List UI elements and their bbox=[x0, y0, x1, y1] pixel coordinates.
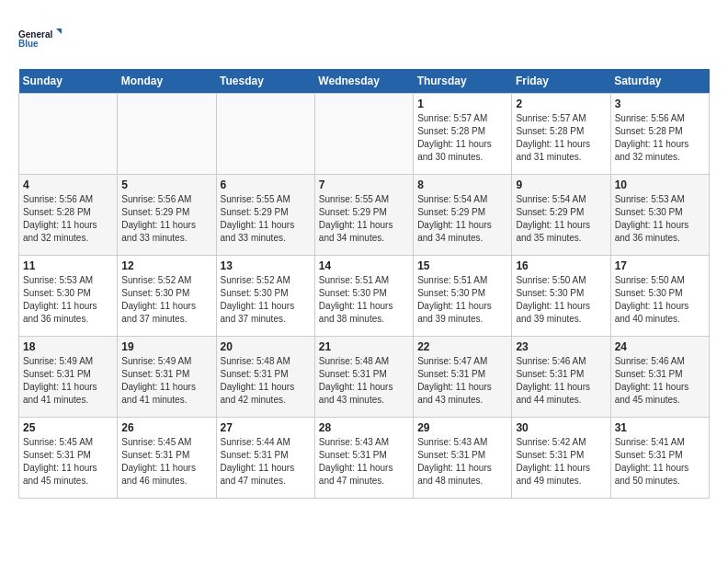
day-info: Sunrise: 5:52 AM Sunset: 5:30 PM Dayligh… bbox=[121, 274, 211, 326]
day-info: Sunrise: 5:49 AM Sunset: 5:31 PM Dayligh… bbox=[121, 355, 211, 407]
svg-text:Blue: Blue bbox=[18, 39, 39, 49]
weekday-header-monday: Monday bbox=[118, 69, 216, 94]
weekday-header-friday: Friday bbox=[512, 69, 610, 94]
day-number: 13 bbox=[221, 259, 311, 272]
weekday-header-tuesday: Tuesday bbox=[216, 69, 314, 94]
day-info: Sunrise: 5:55 AM Sunset: 5:29 PM Dayligh… bbox=[319, 193, 409, 245]
day-number: 29 bbox=[417, 421, 507, 434]
week-row-3: 11 Sunrise: 5:53 AM Sunset: 5:30 PM Dayl… bbox=[19, 256, 710, 337]
day-number: 10 bbox=[615, 178, 705, 191]
week-row-5: 25 Sunrise: 5:45 AM Sunset: 5:31 PM Dayl… bbox=[19, 418, 710, 499]
day-info: Sunrise: 5:53 AM Sunset: 5:30 PM Dayligh… bbox=[615, 193, 705, 245]
day-info: Sunrise: 5:47 AM Sunset: 5:31 PM Dayligh… bbox=[417, 355, 507, 407]
weekday-header-thursday: Thursday bbox=[414, 69, 512, 94]
calendar-cell: 17 Sunrise: 5:50 AM Sunset: 5:30 PM Dayl… bbox=[610, 256, 709, 337]
day-info: Sunrise: 5:56 AM Sunset: 5:29 PM Dayligh… bbox=[121, 193, 211, 245]
day-number: 20 bbox=[221, 340, 311, 353]
day-info: Sunrise: 5:52 AM Sunset: 5:30 PM Dayligh… bbox=[221, 274, 311, 326]
day-number: 31 bbox=[615, 421, 705, 434]
calendar-cell bbox=[314, 94, 413, 175]
calendar-table: SundayMondayTuesdayWednesdayThursdayFrid… bbox=[18, 69, 710, 499]
day-info: Sunrise: 5:43 AM Sunset: 5:31 PM Dayligh… bbox=[319, 436, 409, 488]
calendar-cell: 24 Sunrise: 5:46 AM Sunset: 5:31 PM Dayl… bbox=[610, 337, 709, 418]
day-number: 25 bbox=[23, 421, 113, 434]
day-info: Sunrise: 5:50 AM Sunset: 5:30 PM Dayligh… bbox=[615, 274, 705, 326]
calendar-cell: 25 Sunrise: 5:45 AM Sunset: 5:31 PM Dayl… bbox=[19, 418, 118, 499]
day-number: 18 bbox=[23, 340, 113, 353]
day-info: Sunrise: 5:51 AM Sunset: 5:30 PM Dayligh… bbox=[319, 274, 409, 326]
day-number: 14 bbox=[319, 259, 409, 272]
day-info: Sunrise: 5:49 AM Sunset: 5:31 PM Dayligh… bbox=[23, 355, 113, 407]
day-number: 12 bbox=[121, 259, 211, 272]
day-number: 5 bbox=[121, 178, 211, 191]
calendar-cell: 3 Sunrise: 5:56 AM Sunset: 5:28 PM Dayli… bbox=[610, 94, 709, 175]
calendar-cell: 21 Sunrise: 5:48 AM Sunset: 5:31 PM Dayl… bbox=[314, 337, 413, 418]
calendar-cell: 2 Sunrise: 5:57 AM Sunset: 5:28 PM Dayli… bbox=[512, 94, 610, 175]
calendar-cell: 9 Sunrise: 5:54 AM Sunset: 5:29 PM Dayli… bbox=[512, 175, 610, 256]
day-info: Sunrise: 5:48 AM Sunset: 5:31 PM Dayligh… bbox=[319, 355, 409, 407]
calendar-cell bbox=[216, 94, 314, 175]
week-row-1: 1 Sunrise: 5:57 AM Sunset: 5:28 PM Dayli… bbox=[19, 94, 710, 175]
calendar-cell: 11 Sunrise: 5:53 AM Sunset: 5:30 PM Dayl… bbox=[19, 256, 118, 337]
calendar-cell: 29 Sunrise: 5:43 AM Sunset: 5:31 PM Dayl… bbox=[414, 418, 512, 499]
calendar-cell: 15 Sunrise: 5:51 AM Sunset: 5:30 PM Dayl… bbox=[414, 256, 512, 337]
calendar-cell: 10 Sunrise: 5:53 AM Sunset: 5:30 PM Dayl… bbox=[610, 175, 709, 256]
weekday-header-row: SundayMondayTuesdayWednesdayThursdayFrid… bbox=[19, 69, 710, 94]
calendar-cell: 22 Sunrise: 5:47 AM Sunset: 5:31 PM Dayl… bbox=[414, 337, 512, 418]
day-info: Sunrise: 5:48 AM Sunset: 5:31 PM Dayligh… bbox=[221, 355, 311, 407]
logo: General Blue bbox=[18, 18, 64, 60]
day-number: 9 bbox=[516, 178, 606, 191]
weekday-header-saturday: Saturday bbox=[610, 69, 709, 94]
day-number: 8 bbox=[417, 178, 507, 191]
calendar-cell: 19 Sunrise: 5:49 AM Sunset: 5:31 PM Dayl… bbox=[118, 337, 216, 418]
day-info: Sunrise: 5:54 AM Sunset: 5:29 PM Dayligh… bbox=[417, 193, 507, 245]
calendar-cell: 1 Sunrise: 5:57 AM Sunset: 5:28 PM Dayli… bbox=[414, 94, 512, 175]
day-number: 16 bbox=[516, 259, 606, 272]
day-number: 4 bbox=[23, 178, 113, 191]
day-number: 21 bbox=[319, 340, 409, 353]
day-info: Sunrise: 5:44 AM Sunset: 5:31 PM Dayligh… bbox=[221, 436, 311, 488]
day-info: Sunrise: 5:45 AM Sunset: 5:31 PM Dayligh… bbox=[121, 436, 211, 488]
day-info: Sunrise: 5:41 AM Sunset: 5:31 PM Dayligh… bbox=[615, 436, 705, 488]
svg-marker-2 bbox=[56, 29, 62, 34]
logo-svg: General Blue bbox=[18, 18, 64, 60]
calendar-cell: 31 Sunrise: 5:41 AM Sunset: 5:31 PM Dayl… bbox=[610, 418, 709, 499]
day-number: 1 bbox=[417, 98, 507, 110]
day-info: Sunrise: 5:55 AM Sunset: 5:29 PM Dayligh… bbox=[221, 193, 311, 245]
day-info: Sunrise: 5:57 AM Sunset: 5:28 PM Dayligh… bbox=[516, 112, 606, 164]
day-info: Sunrise: 5:45 AM Sunset: 5:31 PM Dayligh… bbox=[23, 436, 113, 488]
calendar-cell: 28 Sunrise: 5:43 AM Sunset: 5:31 PM Dayl… bbox=[314, 418, 413, 499]
day-number: 22 bbox=[417, 340, 507, 353]
day-info: Sunrise: 5:46 AM Sunset: 5:31 PM Dayligh… bbox=[516, 355, 606, 407]
day-number: 24 bbox=[615, 340, 705, 353]
calendar-cell: 7 Sunrise: 5:55 AM Sunset: 5:29 PM Dayli… bbox=[314, 175, 413, 256]
calendar-cell bbox=[118, 94, 216, 175]
calendar-cell: 5 Sunrise: 5:56 AM Sunset: 5:29 PM Dayli… bbox=[118, 175, 216, 256]
calendar-cell: 12 Sunrise: 5:52 AM Sunset: 5:30 PM Dayl… bbox=[118, 256, 216, 337]
calendar-cell: 20 Sunrise: 5:48 AM Sunset: 5:31 PM Dayl… bbox=[216, 337, 314, 418]
day-number: 11 bbox=[23, 259, 113, 272]
day-number: 7 bbox=[319, 178, 409, 191]
day-number: 15 bbox=[417, 259, 507, 272]
weekday-header-wednesday: Wednesday bbox=[314, 69, 413, 94]
calendar-cell: 30 Sunrise: 5:42 AM Sunset: 5:31 PM Dayl… bbox=[512, 418, 610, 499]
day-number: 2 bbox=[516, 98, 606, 110]
day-number: 19 bbox=[121, 340, 211, 353]
week-row-4: 18 Sunrise: 5:49 AM Sunset: 5:31 PM Dayl… bbox=[19, 337, 710, 418]
calendar-cell: 18 Sunrise: 5:49 AM Sunset: 5:31 PM Dayl… bbox=[19, 337, 118, 418]
calendar-cell: 6 Sunrise: 5:55 AM Sunset: 5:29 PM Dayli… bbox=[216, 175, 314, 256]
calendar-cell: 23 Sunrise: 5:46 AM Sunset: 5:31 PM Dayl… bbox=[512, 337, 610, 418]
day-number: 28 bbox=[319, 421, 409, 434]
calendar-cell bbox=[19, 94, 118, 175]
day-info: Sunrise: 5:56 AM Sunset: 5:28 PM Dayligh… bbox=[23, 193, 113, 245]
weekday-header-sunday: Sunday bbox=[19, 69, 118, 94]
calendar-cell: 13 Sunrise: 5:52 AM Sunset: 5:30 PM Dayl… bbox=[216, 256, 314, 337]
svg-text:General: General bbox=[18, 29, 52, 40]
day-info: Sunrise: 5:43 AM Sunset: 5:31 PM Dayligh… bbox=[417, 436, 507, 488]
day-info: Sunrise: 5:54 AM Sunset: 5:29 PM Dayligh… bbox=[516, 193, 606, 245]
day-info: Sunrise: 5:51 AM Sunset: 5:30 PM Dayligh… bbox=[417, 274, 507, 326]
day-number: 23 bbox=[516, 340, 606, 353]
day-number: 27 bbox=[221, 421, 311, 434]
day-number: 3 bbox=[615, 98, 705, 110]
calendar-cell: 8 Sunrise: 5:54 AM Sunset: 5:29 PM Dayli… bbox=[414, 175, 512, 256]
